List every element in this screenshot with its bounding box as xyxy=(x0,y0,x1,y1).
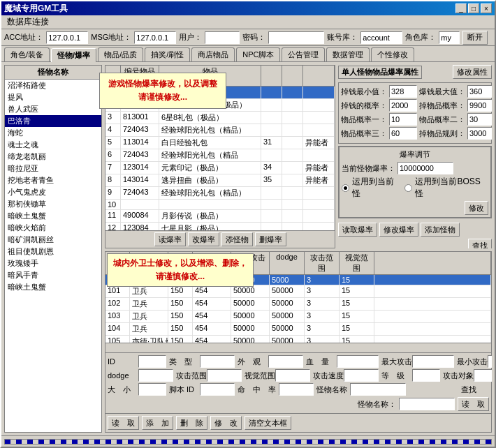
monster-item[interactable]: 魂士之魂 xyxy=(5,139,101,151)
td-item: 元素印记（极品） xyxy=(159,162,261,174)
monster-item[interactable]: 暗峡火焰前 xyxy=(5,222,101,234)
user-input[interactable] xyxy=(205,31,240,44)
add-monster-button[interactable]: 添怪物 xyxy=(221,232,253,246)
type-field[interactable] xyxy=(200,355,235,368)
id-field[interactable] xyxy=(138,355,166,368)
drop-rate-input[interactable] xyxy=(389,99,417,112)
drop-min-input[interactable] xyxy=(389,85,417,98)
max-atk-field[interactable] xyxy=(412,355,454,368)
atk-range-field[interactable] xyxy=(207,369,242,382)
modify-attr-button[interactable]: 修改属性 xyxy=(453,65,492,79)
db-input[interactable] xyxy=(360,31,402,44)
level-field[interactable] xyxy=(412,369,440,382)
item-prob1-input[interactable] xyxy=(389,113,417,126)
msg-input[interactable] xyxy=(134,31,176,44)
pwd-input[interactable] xyxy=(268,31,324,44)
bottom-table-row[interactable]: 105 亦德·卫队长 150 454 50000 50000 3 15 xyxy=(105,336,491,343)
table-row[interactable]: 6 724043 经验球阳光礼包（精品 xyxy=(105,149,335,162)
role-input[interactable] xyxy=(439,31,460,44)
h-scrollbar[interactable] xyxy=(105,343,491,352)
monster-item[interactable]: 暗矿洞凯丽丝 xyxy=(5,234,101,246)
monster-item[interactable]: 海蛇 xyxy=(5,127,101,139)
tab-monster-rate[interactable]: 怪物/爆率 xyxy=(51,48,96,62)
find-monster-field[interactable] xyxy=(399,398,455,410)
delete-button[interactable]: 删 除 xyxy=(176,416,207,430)
blood-field[interactable] xyxy=(337,355,379,368)
radio-current[interactable] xyxy=(342,184,349,192)
bottom-table-row[interactable]: 101 卫兵 150 454 50000 50000 3 15 xyxy=(105,285,491,298)
monster-item[interactable]: 兽人武医 xyxy=(5,103,101,115)
bottom-table-row[interactable]: 104 卫兵 150 454 50000 50000 3 15 xyxy=(105,323,491,336)
monster-item[interactable]: 提风 xyxy=(5,91,101,103)
tab-data-mgmt[interactable]: 数据管理 xyxy=(326,47,370,61)
tab-npc-script[interactable]: NPC脚本 xyxy=(236,47,280,61)
monster-item[interactable]: 那初侠锄草 xyxy=(5,198,101,210)
view-range-field[interactable] xyxy=(275,369,310,382)
radio-boss[interactable] xyxy=(404,184,412,192)
drop-max-input[interactable] xyxy=(467,85,492,98)
tab-item-quality[interactable]: 物品/品质 xyxy=(98,47,143,61)
maximize-button[interactable]: □ xyxy=(468,3,479,13)
monster-item[interactable]: 沼泽拓路使 xyxy=(5,80,101,91)
monster-item[interactable]: 暗风手青 xyxy=(5,269,101,281)
clear-button[interactable]: 清空文本框 xyxy=(245,416,291,430)
atk-target-field[interactable] xyxy=(474,369,492,382)
find-button-top[interactable]: 查找 xyxy=(468,239,492,248)
rate-current-input[interactable] xyxy=(397,162,453,174)
tab-char-equip[interactable]: 角色/装备 xyxy=(4,47,50,61)
min-atk-field[interactable] xyxy=(488,355,492,368)
bottom-table-row[interactable]: 103 卫兵 150 454 50000 50000 3 15 xyxy=(105,311,491,323)
read-rate-button[interactable]: 读爆率 xyxy=(154,232,186,246)
atk-speed-field[interactable] xyxy=(344,369,379,382)
close-button[interactable]: × xyxy=(481,3,492,13)
tab-announce[interactable]: 公告管理 xyxy=(282,47,325,61)
rate-modify-button[interactable]: 修改 xyxy=(465,201,488,215)
table-row[interactable]: 8 143014 逃异扭曲（极品） 35 异能者 xyxy=(105,174,335,187)
item-prob3-input[interactable] xyxy=(389,127,417,140)
monster-item[interactable]: 挖地老者青鱼 xyxy=(5,174,101,186)
monster-list[interactable]: 沼泽拓路使 提风 兽人武医 巴洛青 海蛇 魂士之魂 缔龙老凯丽 暗拉尼亚 挖地老… xyxy=(5,80,101,432)
monster-item[interactable]: 玫瑰矮手 xyxy=(5,257,101,269)
table-row[interactable]: 11 490084 月影传说（极品） xyxy=(105,210,335,223)
table-row[interactable]: 3 813001 6星8礼包（极品） xyxy=(105,112,335,124)
table-row[interactable]: 12 123084 七星月影（极品） xyxy=(105,223,335,230)
table-row[interactable]: 7 123014 元素印记（极品） 34 异能者 xyxy=(105,162,335,174)
monster-item[interactable]: 小气鬼虎皮 xyxy=(5,186,101,198)
disconnect-button[interactable]: 断开 xyxy=(462,31,488,45)
item-rule-input[interactable] xyxy=(467,127,492,140)
bottom-table-row[interactable]: 102 卫兵 150 454 50000 50000 3 15 xyxy=(105,298,491,311)
delete-rate-button[interactable]: 删爆率 xyxy=(255,232,286,246)
modify-rate-button[interactable]: 改爆率 xyxy=(188,232,219,246)
monster-name-field[interactable] xyxy=(350,383,406,396)
monster-item[interactable]: 暗峡土鬼蟹 xyxy=(5,210,101,222)
table-row[interactable]: 9 724043 经验球阳光礼包（精品） xyxy=(105,187,335,200)
find-monster-button[interactable]: 读 取 xyxy=(458,397,489,411)
monster-item[interactable]: 祖目使凯剧恩 xyxy=(5,246,101,257)
tab-shop[interactable]: 商店物品 xyxy=(191,47,235,61)
monster-item[interactable]: 缔龙老凯丽 xyxy=(5,151,101,163)
modify-rate-btn[interactable]: 修改爆率 xyxy=(379,223,418,237)
appearance-field[interactable] xyxy=(268,355,303,368)
modify-button[interactable]: 修 改 xyxy=(210,416,242,430)
minimize-button[interactable]: _ xyxy=(455,3,467,13)
monster-item[interactable]: 暗峡土鬼蟹 xyxy=(5,281,101,293)
size-field[interactable] xyxy=(138,383,166,396)
dodge-field[interactable] xyxy=(138,369,173,382)
tab-lottery[interactable]: 抽奖/刷怪 xyxy=(145,47,190,61)
table-row[interactable]: 4 724043 经验球阳光礼包（精品） xyxy=(105,124,335,137)
tab-personal[interactable]: 个性修改 xyxy=(371,47,414,61)
table-row[interactable]: 5 113014 白日经验礼包 31 异能者 xyxy=(105,137,335,149)
add-monster-btn[interactable]: 添加怪物 xyxy=(421,223,460,237)
read-button[interactable]: 读 取 xyxy=(108,416,139,430)
monster-item[interactable]: 暗拉尼亚 xyxy=(5,163,101,174)
item-prob2-input[interactable] xyxy=(467,113,492,126)
add-button[interactable]: 添 加 xyxy=(142,416,173,430)
acc-input[interactable] xyxy=(46,31,88,44)
table-row[interactable]: 10 xyxy=(105,200,335,210)
script-id-field[interactable] xyxy=(200,383,235,396)
monster-item[interactable]: 巴洛青 xyxy=(5,115,101,127)
drop-item-input[interactable] xyxy=(467,99,492,112)
read-rate-btn[interactable]: 读取爆率 xyxy=(338,223,377,237)
menu-db-connect[interactable]: 数据库连接 xyxy=(4,15,52,29)
death-rate-field[interactable] xyxy=(279,383,314,396)
